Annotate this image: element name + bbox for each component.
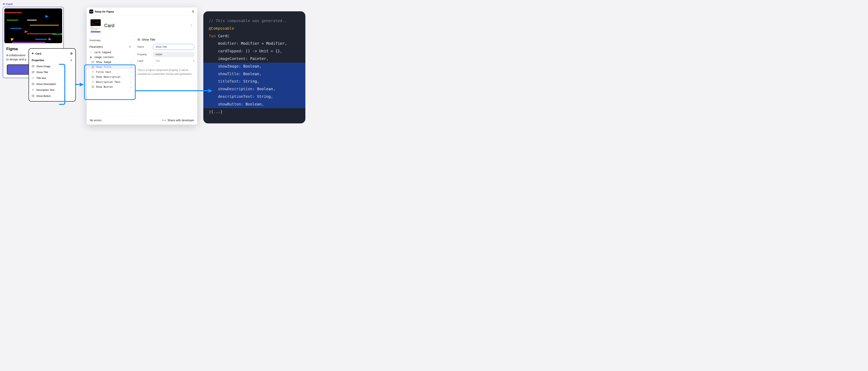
- relay-app-icon: </>: [89, 9, 93, 13]
- property-label: Title text: [36, 76, 46, 79]
- text-type-icon: T: [91, 80, 94, 83]
- code-param-line: showImage: Boolean,: [203, 63, 305, 70]
- relay-app-title: Relay for Figma: [95, 10, 114, 13]
- code-param-line: imageContent: Painter,: [209, 55, 305, 63]
- layer-value: Title: [153, 60, 193, 62]
- link-icon: ⇨: [130, 61, 132, 63]
- parameter-item[interactable]: Show Image⇨: [87, 60, 134, 64]
- code-comment: // This composable was generated..: [209, 19, 287, 23]
- parameter-item[interactable]: Show Button⇨: [87, 85, 134, 89]
- add-property-button[interactable]: ＋: [70, 58, 73, 62]
- props-panel-title: Card: [35, 52, 41, 55]
- property-item[interactable]: Show Title: [29, 69, 75, 75]
- tap-icon: ☝: [89, 51, 92, 54]
- parameter-name: card-tapped: [94, 51, 132, 54]
- property-label: Show Title: [36, 71, 48, 74]
- relay-component-title: Card: [104, 23, 186, 28]
- errors-status: No errors: [90, 119, 101, 122]
- eye-icon: [32, 71, 34, 73]
- property-value[interactable]: visible: [153, 52, 194, 57]
- eye-icon: [91, 61, 94, 63]
- relay-right-column: Show Title Name Property visible Layer T…: [135, 36, 197, 116]
- adjust-icon[interactable]: ⚙: [70, 52, 73, 55]
- property-label: Show Image: [36, 65, 51, 68]
- property-item[interactable]: TTitle text: [29, 75, 75, 81]
- property-item[interactable]: Show Image: [29, 63, 75, 69]
- add-parameter-button[interactable]: ＋: [128, 44, 132, 49]
- eye-icon: [91, 76, 94, 78]
- parameter-name: Show Image: [96, 61, 130, 63]
- eye-icon: [137, 39, 140, 41]
- parameters-label: Parameters: [89, 45, 103, 48]
- link-icon: ⇨: [130, 85, 132, 88]
- eye-icon: [91, 86, 94, 88]
- code-param-line: showDescription: Boolean,: [203, 85, 305, 93]
- property-item[interactable]: Show Description: [29, 81, 75, 87]
- help-text: This is a Figma component property. It w…: [137, 68, 194, 76]
- close-icon[interactable]: ✕: [192, 9, 194, 14]
- code-param-line: titleText: String,: [203, 78, 305, 85]
- more-menu-icon[interactable]: ⋮: [189, 24, 194, 28]
- property-item[interactable]: Show Button: [29, 93, 75, 99]
- component-tag-label: Card: [6, 2, 12, 6]
- parameter-name: Show Button: [96, 85, 130, 88]
- figma-properties-panel: ❖ Card ⚙ Properties ＋ Show ImageShow Tit…: [29, 48, 76, 102]
- code-param-line: cardTapped: () -> Unit = {},: [209, 47, 305, 55]
- text-type-icon: T: [91, 70, 94, 73]
- text-type-icon: T: [32, 76, 34, 80]
- link-icon: ⇨: [130, 70, 132, 73]
- parameter-item[interactable]: TTitle text⇨: [87, 69, 134, 74]
- card-image: [4, 8, 62, 43]
- code-param-line: showTitle: Boolean,: [203, 70, 305, 78]
- relay-plugin-panel: </> Relay for Figma ✕ Figma A collaborat…: [87, 7, 197, 125]
- parameter-item[interactable]: ☝card-tapped: [87, 50, 134, 55]
- relay-left-column: Summary Parameters ＋ ☝card-tapped▣image-…: [87, 36, 135, 116]
- relay-titlebar: </> Relay for Figma ✕: [87, 7, 197, 16]
- parameter-item[interactable]: Show Description⇨: [87, 74, 134, 79]
- summary-label[interactable]: Summary: [87, 38, 134, 43]
- share-icon: ⚬<: [162, 119, 166, 122]
- property-label: Property: [137, 53, 153, 56]
- eye-icon: [32, 83, 34, 85]
- code-annotation: @Composable: [209, 26, 234, 31]
- name-label: Name: [137, 45, 153, 48]
- eye-icon: [32, 65, 34, 67]
- component-diamond-icon: ❖: [3, 3, 5, 5]
- code-param-line: modifier: Modifier = Modifier,: [209, 40, 305, 47]
- annotation-bracket: [59, 64, 65, 105]
- share-button[interactable]: ⚬< Share with developer: [162, 119, 194, 122]
- link-icon: ⇨: [130, 75, 132, 78]
- parameter-item[interactable]: TDescription Text⇨: [87, 79, 134, 85]
- code-param-line: showButton: Boolean,: [203, 101, 305, 108]
- parameter-name: Title text: [96, 70, 130, 73]
- link-icon: ⇨: [130, 65, 132, 68]
- property-label: Show Description: [36, 82, 56, 86]
- code-param-line: descriptionText: String,: [203, 93, 305, 101]
- property-label: Description Text: [36, 89, 54, 91]
- parameter-name: Show Title: [96, 65, 130, 68]
- parameter-name: Description Text: [96, 80, 130, 83]
- eye-icon: [91, 66, 94, 68]
- text-type-icon: T: [32, 89, 34, 92]
- image-icon: ▣: [89, 56, 92, 59]
- component-tag: ❖ Card: [3, 2, 12, 6]
- component-diamond-icon: ❖: [32, 52, 34, 55]
- property-label: Show Button: [36, 95, 51, 97]
- layer-label: Layer: [137, 60, 153, 62]
- code-panel: // This composable was generated.. @Comp…: [203, 11, 305, 124]
- relay-footer: No errors ⚬< Share with developer: [87, 116, 197, 125]
- property-item[interactable]: TDescription Text: [29, 87, 75, 93]
- parameter-item[interactable]: ▣image-content: [87, 55, 134, 60]
- properties-label: Properties: [32, 59, 44, 62]
- arrow-2: [136, 90, 212, 91]
- component-thumbnail: Figma A collaborative design tool for te…: [90, 19, 101, 33]
- parameter-item[interactable]: Show Title⇨: [87, 64, 134, 69]
- target-icon[interactable]: ⌖: [193, 59, 194, 63]
- parameter-name: Show Description: [96, 75, 130, 78]
- relay-header: Figma A collaborative design tool for te…: [87, 16, 197, 36]
- detail-title: Show Title: [142, 38, 155, 41]
- eye-icon: [32, 95, 34, 97]
- name-input[interactable]: [153, 44, 194, 50]
- parameter-name: image-content: [94, 56, 132, 59]
- link-icon: ⇨: [130, 80, 132, 83]
